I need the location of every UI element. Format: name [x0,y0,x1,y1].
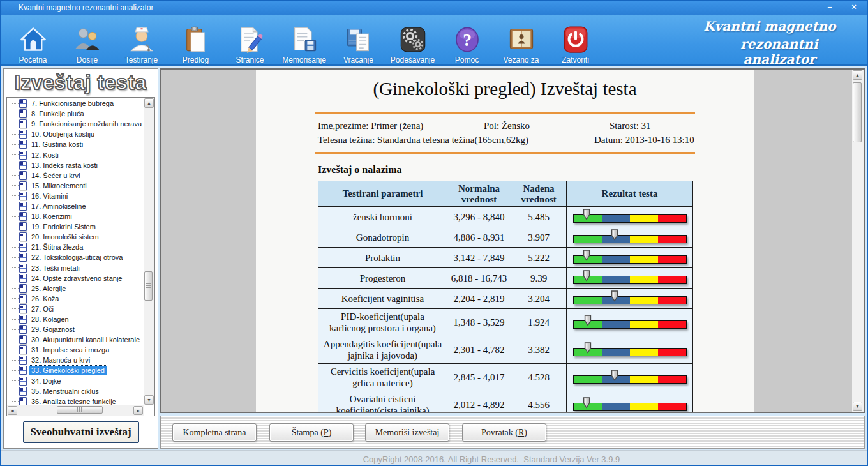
sidebar-item[interactable]: 12. Kosti [7,149,144,160]
full-page-button[interactable]: Kompletna strana [172,423,257,442]
sidebar-item[interactable]: 7. Funkcionisanje bubrega [7,98,144,109]
tree-vertical-scrollbar[interactable]: ▲ ▼ [144,98,154,405]
toolbar-button-settings[interactable]: Podešavanje [385,16,440,64]
sidebar-item[interactable]: 25. Alergije [7,283,144,294]
minimize-button[interactable]: – [823,2,837,11]
toolbar-label: Početna [19,56,47,64]
sidebar-item[interactable]: 36. Analiza telesne funkcije [7,396,144,405]
toolbar-label: Stranice [236,56,264,64]
toolbar-button-about[interactable]: Vezano za [494,16,548,64]
sidebar-item[interactable]: 11. Gustina kosti [7,139,144,149]
sidebar-item[interactable]: 13. Indeks rasta kosti [7,160,144,170]
sidebar-item[interactable]: 27. Oči [7,304,144,314]
result-bar [573,320,687,329]
parameter-cell: Prolaktin [318,248,447,268]
toolbar-button-home[interactable]: Početna [6,16,60,64]
result-bar-cell [567,207,693,227]
toolbar-button-pages[interactable]: Stranice [223,16,277,64]
report-vertical-scrollbar[interactable]: ▲ ▼ [852,70,864,412]
tree-scroll-thumb[interactable] [144,271,153,301]
toolbar-button-restore[interactable]: Vraćanje [331,16,385,64]
back-button[interactable]: Povratak (R) [462,423,546,442]
sidebar-item[interactable]: 35. Menstrualni ciklus [7,386,144,396]
document-icon [19,294,27,303]
sidebar-item[interactable]: 34. Dojke [7,376,144,386]
print-button[interactable]: Štampa (P) [269,423,354,442]
report-scroll-thumb[interactable] [853,82,862,142]
sidebar-item[interactable]: 28. Kolagen [7,314,144,324]
sidebar-item[interactable]: 18. Koenzimi [7,211,144,222]
parameter-cell: ženski hormoni [318,207,447,227]
toolbar-button-help[interactable]: ? Pomoć [440,16,494,64]
sidebar-item-label: 16. Vitamini [29,192,70,200]
document-icon [19,377,27,386]
sidebar-item-label: 21. Štitna žlezda [29,243,85,252]
sidebar-item-label: 10. Oboljenja kostiju [29,130,96,139]
document-icon [19,253,27,262]
tree-connector [12,401,19,402]
toolbar-button-save[interactable]: Memorisanje [277,16,331,64]
scroll-left-icon[interactable]: ◄ [8,406,17,415]
sidebar-item[interactable]: 19. Endokrini Sistem [7,222,144,232]
toolbar-button-suggestion[interactable]: Predlog [168,16,223,64]
sidebar-item[interactable]: 15. Mikroelementi [7,181,144,191]
result-pointer-icon [610,370,619,381]
sidebar-item-label: 35. Menstrualni ciklus [29,387,101,396]
scroll-up-icon[interactable]: ▲ [853,70,862,80]
result-pointer-icon [582,397,591,409]
normal-range-cell: 2,301 - 4,782 [447,336,511,364]
sidebar-item[interactable]: 9. Funkcionisanje moždanih nerava [7,119,144,129]
result-pointer-icon [610,290,619,302]
tree-horizontal-scrollbar[interactable]: ◄ ► [7,405,144,416]
result-bar [573,276,687,284]
close-button[interactable]: × [847,2,861,11]
result-bar-cell [567,227,693,248]
table-row: Progesteron6,818 - 16,7439.39 [318,268,693,289]
sidebar-item[interactable]: 26. Koža [7,294,144,304]
save-report-button[interactable]: Memoriši izveštaj [365,423,449,442]
scroll-right-icon[interactable]: ► [133,406,143,415]
scroll-up-icon[interactable]: ▲ [144,98,154,108]
table-row: Prolaktin3,142 - 7,8495.222 [318,248,693,268]
tree-connector [12,103,19,104]
sidebar-item[interactable]: 8. Funkcije pluća [7,109,144,119]
document-icon [19,99,27,108]
sidebar-item[interactable]: 32. Masnoća u krvi [7,355,144,365]
toolbar-button-records[interactable]: Dosije [60,16,114,64]
tree-hscroll-thumb[interactable] [57,406,103,414]
sidebar-item[interactable]: 22. Toksikologija-uticaj otrova [7,252,144,262]
patient-weight: Telesna težina: Standardna telesna težin… [318,135,528,146]
sidebar-item[interactable]: 16. Vitamini [7,191,144,201]
sidebar-item[interactable]: 30. Akupunkturni kanali i kolaterale [7,334,144,345]
sidebar-item-label: 19. Endokrini Sistem [29,222,98,231]
bar-segment [602,215,630,222]
result-bar [573,214,687,223]
sidebar-item[interactable]: 21. Štitna žlezda [7,242,144,252]
sidebar-item[interactable]: 33. Ginekološki pregled [7,365,144,375]
sidebar-item[interactable]: 17. Aminokiseline [7,201,144,211]
document-icon [19,171,27,180]
parameter-cell: PID-koeficijent(upala karlicnog prostora… [318,309,447,336]
bar-segment [602,349,630,356]
sidebar-item[interactable]: 31. Impulse srca i mozga [7,345,144,355]
sidebar-item[interactable]: 23. Teški metali [7,263,144,273]
sidebar-item[interactable]: 10. Oboljenja kostiju [7,129,144,139]
scroll-down-icon[interactable]: ▼ [144,395,154,405]
scroll-down-icon[interactable]: ▼ [853,402,862,411]
result-pointer-icon [583,315,592,326]
copyright-text: CopyRight 2008-2016. All Right Reserved.… [160,455,823,464]
toolbar-label: Pomoć [455,56,479,64]
page-pencil-icon [236,26,264,54]
report-title: (Ginekološki pregled) Izveštaj testa [256,79,754,100]
comprehensive-report-button[interactable]: Sveobuhvatni izveštaj [23,421,139,443]
sidebar-item-label: 20. Imonološki sistem [29,232,101,241]
result-bar [573,235,687,243]
toolbar-button-testing[interactable]: Testiranje [114,16,168,64]
sidebar-item[interactable]: 29. Gojaznost [7,324,144,334]
sidebar-item[interactable]: 20. Imonološki sistem [7,232,144,242]
sidebar-item[interactable]: 14. Šećer u krvi [7,170,144,181]
toolbar-button-close-app[interactable]: Zatvoriti [548,16,602,64]
tree-connector [12,124,19,124]
found-value-cell: 1.924 [511,309,567,336]
sidebar-item[interactable]: 24. Opšte zdravstveno stanje [7,273,144,283]
